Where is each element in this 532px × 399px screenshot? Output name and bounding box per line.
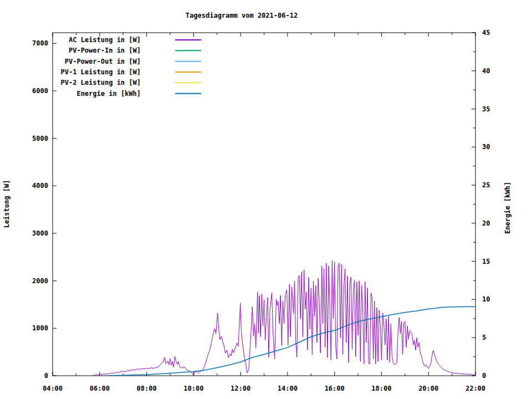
legend-item-pv-power-out-in-w: PV-Power-Out in [W] — [65, 58, 201, 65]
legend-item-energie-in-kwh: Energie in [kWh] — [76, 90, 201, 98]
y-right-tick-label: 25 — [482, 181, 490, 189]
y-left-tick-label: 5000 — [32, 135, 48, 142]
chart-canvas: Tagesdiagramm vom 2021-06-12 Leistung [W… — [0, 0, 532, 399]
legend: AC Leistung in [W]PV-Power-In in [W]PV-P… — [61, 36, 202, 98]
series-line-energie-in-kwh — [109, 306, 475, 376]
x-axis-tick-label: 14:00 — [278, 385, 298, 392]
y-right-tick-label: 0 — [482, 372, 486, 380]
y-left-tick-label: 6000 — [32, 87, 48, 95]
y-left-tick-label: 0 — [44, 372, 48, 380]
legend-label: AC Leistung in [W] — [69, 36, 141, 44]
x-axis-tick-label: 10:00 — [183, 385, 203, 392]
y-right-tick-label: 5 — [482, 334, 486, 341]
y-left-tick-label: 7000 — [32, 39, 48, 47]
y-right-tick-label: 10 — [482, 295, 490, 303]
y-right-tick-label: 35 — [482, 105, 490, 113]
y-left-tick-label: 3000 — [32, 229, 48, 237]
legend-item-pv-2-leistung-in-w: PV-2 Leistung in [W] — [61, 79, 202, 86]
y-right-axis-label: Energie [kWh] — [504, 182, 511, 234]
x-axis-tick-label: 12:00 — [231, 385, 250, 392]
legend-item-pv-1-leistung-in-w: PV-1 Leistung in [W] — [61, 68, 202, 76]
y-right-tick-label: 40 — [482, 67, 490, 75]
series-lines — [93, 260, 475, 376]
x-axis-tick-label: 22:00 — [466, 385, 485, 392]
x-axis-tick-label: 08:00 — [137, 385, 157, 392]
legend-label: PV-1 Leistung in [W] — [61, 68, 141, 76]
legend-label: Energie in [kWh] — [76, 90, 141, 98]
y-right-tick-label: 30 — [482, 143, 490, 151]
y-right-tick-label: 15 — [482, 258, 490, 265]
legend-item-ac-leistung-in-w: AC Leistung in [W] — [69, 36, 201, 44]
series-line-ac-leistung-in-w — [93, 260, 475, 376]
legend-label: PV-Power-In in [W] — [69, 47, 141, 54]
y-right-tick-label: 45 — [482, 29, 490, 37]
legend-item-pv-power-in-in-w: PV-Power-In in [W] — [69, 47, 201, 54]
y-right-tick-label: 20 — [482, 219, 490, 227]
x-axis-tick-label: 04:00 — [43, 385, 63, 392]
x-axis-tick-label: 16:00 — [325, 385, 345, 392]
y-left-tick-label: 4000 — [32, 182, 48, 190]
chart-title: Tagesdiagramm vom 2021-06-12 — [186, 12, 298, 19]
y-left-tick-label: 1000 — [32, 324, 48, 332]
x-axis-tick-label: 06:00 — [90, 385, 110, 392]
legend-label: PV-2 Leistung in [W] — [61, 79, 141, 86]
x-axis-tick-label: 20:00 — [418, 385, 438, 392]
y-left-tick-label: 2000 — [32, 277, 48, 285]
tagesdiagramm-line-chart: Tagesdiagramm vom 2021-06-12 Leistung [W… — [0, 0, 532, 399]
y-left-axis-label: Leistung [W] — [3, 180, 11, 228]
legend-label: PV-Power-Out in [W] — [65, 58, 141, 65]
x-axis-tick-label: 18:00 — [371, 385, 391, 392]
